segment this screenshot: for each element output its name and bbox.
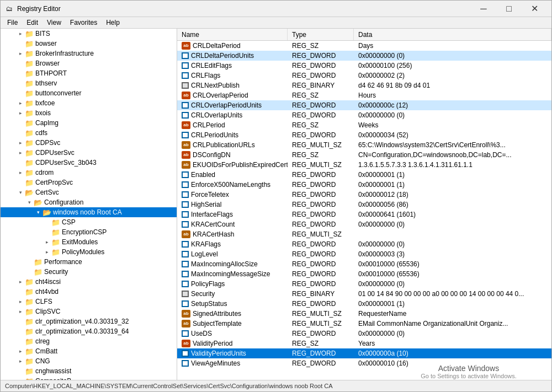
tree-expander[interactable]: ▸ [16,347,25,356]
table-row[interactable]: CRLDeltaPeriodUnitsREG_DWORD0x00000000 (… [177,51,551,61]
tree-panel[interactable]: ▸📁BITS📁bowser▸📁BrokerInfrastructure📁Brow… [1,29,177,380]
tree-expander[interactable] [16,158,25,167]
tree-item[interactable]: 📁Performance [1,257,177,267]
col-header-type[interactable]: Type [288,29,354,40]
table-row[interactable]: PolicyFlagsREG_DWORD0x00000000 (0) [177,279,551,289]
table-row[interactable]: abEKUOIDsForPublishExpiredCertI...REG_MU… [177,160,551,170]
table-row[interactable]: LogLevelREG_DWORD0x00000003 (3) [177,249,551,259]
tree-expander[interactable]: ▸ [16,297,25,306]
tree-item[interactable]: 📁EncryptionCSP [1,227,177,237]
tree-expander[interactable]: ▸ [16,109,25,117]
tree-expander[interactable] [16,327,25,336]
tree-expander[interactable] [16,317,25,326]
tree-expander[interactable] [16,367,25,375]
table-row[interactable]: MaxIncomingMessageSizeREG_DWORD0x0001000… [177,269,551,279]
menu-view[interactable]: View [43,18,66,28]
table-row[interactable]: MaxIncomingAllocSizeREG_DWORD0x00010000 … [177,259,551,269]
table-row[interactable]: CRLOverlapUnitsREG_DWORD0x00000000 (0) [177,110,551,120]
table-row[interactable]: ViewAgeMinutesREG_DWORD0x00000010 (16) [177,358,551,368]
tree-expander[interactable] [16,119,25,127]
table-row[interactable]: abCRLDeltaPeriodREG_SZDays [177,41,551,51]
table-row[interactable]: CRLFlagsREG_DWORD0x00000002 (2) [177,71,551,80]
tree-expander[interactable]: ▸ [16,99,25,108]
tree-expander[interactable] [25,267,34,276]
details-panel[interactable]: Name Type Data abCRLDeltaPeriodREG_SZDay… [177,29,551,380]
tree-item[interactable]: 📁cdfs [1,128,177,138]
table-row[interactable]: SetupStatusREG_DWORD0x00000001 (1) [177,299,551,309]
table-row[interactable]: CRLNextPublishREG_BINARYd4 62 46 91 8b 0… [177,80,551,90]
tree-expander[interactable] [16,79,25,88]
table-row[interactable]: CRLOverlapPeriodUnitsREG_DWORD0x0000000c… [177,100,551,110]
tree-item[interactable]: 📁bowser [1,39,177,49]
table-row[interactable]: abCRLPublicationURLsREG_MULTI_SZ65:C:\Wi… [177,140,551,150]
menu-file[interactable]: File [3,18,22,28]
tree-item[interactable]: 📁clr_optimization_v4.0.30319_32 [1,316,177,326]
tree-expander[interactable] [25,257,34,266]
table-row[interactable]: CRLEditFlagsREG_DWORD0x00000100 (256) [177,61,551,71]
tree-expander[interactable]: ▸ [43,238,51,246]
tree-expander[interactable]: ▸ [16,168,25,177]
tree-item[interactable]: 📁bthserv [1,78,177,88]
tree-item[interactable]: ▸📁cht4iscsi [1,277,177,287]
tree-expander[interactable] [16,287,25,296]
tree-item[interactable]: 📁clreg [1,336,177,346]
tree-item[interactable]: ▸📁ClipSVC [1,307,177,316]
tree-expander[interactable]: ▸ [43,248,51,256]
table-row[interactable]: KRACertCountREG_DWORD0x00000000 (0) [177,219,551,229]
col-header-name[interactable]: Name [177,29,288,40]
tree-item[interactable]: ▸📁bxfcoe [1,98,177,108]
table-row[interactable]: KRAFlagsREG_DWORD0x00000000 (0) [177,239,551,249]
tree-item[interactable]: ▸📁CNG [1,356,177,366]
minimize-button[interactable]: ─ [471,1,496,17]
tree-item[interactable]: ▾📂windows noob Root CA [1,207,177,217]
tree-expander[interactable] [43,228,51,237]
tree-item[interactable]: ▸📁BITS [1,29,177,39]
tree-item[interactable]: 📁CSP [1,217,177,227]
tree-expander[interactable]: ▸ [16,138,25,147]
tree-expander[interactable]: ▸ [16,29,25,38]
tree-item[interactable]: ▾📂CertSvc [1,187,177,197]
tree-expander[interactable]: ▸ [16,277,25,286]
table-row[interactable]: SecurityREG_BINARY01 00 14 84 90 00 00 0… [177,289,551,299]
menu-favorites[interactable]: Favorites [66,18,102,28]
table-row[interactable]: abDSConfigDNREG_SZCN=Configuration,DC=wi… [177,150,551,160]
table-row[interactable]: EnabledREG_DWORD0x00000001 (1) [177,170,551,180]
tree-item[interactable]: 📁CDPUserSvc_3b043 [1,158,177,168]
menu-edit[interactable]: Edit [22,18,43,28]
tree-expander[interactable] [16,39,25,48]
tree-expander[interactable]: ▸ [16,357,25,366]
table-row[interactable]: ForceTeletexREG_DWORD0x00000012 (18) [177,190,551,200]
table-row[interactable]: HighSerialREG_DWORD0x00000056 (86) [177,200,551,210]
tree-expander[interactable]: ▸ [16,148,25,157]
tree-expander[interactable] [16,69,25,78]
table-row[interactable]: InterfaceFlagsREG_DWORD0x00000641 (1601) [177,210,551,219]
tree-expander[interactable] [43,218,51,227]
tree-item[interactable]: 📁buttonconverter [1,88,177,98]
tree-expander[interactable]: ▾ [25,198,34,207]
tree-item[interactable]: 📁Security [1,267,177,277]
tree-expander[interactable] [16,59,25,68]
tree-item[interactable]: 📁BTHPORT [1,68,177,78]
table-row[interactable]: abCRLOverlapPeriodREG_SZHours [177,90,551,100]
tree-item[interactable]: ▸📁CDPUserSvc [1,148,177,158]
tree-expander[interactable]: ▸ [16,377,25,380]
menu-help[interactable]: Help [102,18,124,28]
close-button[interactable]: ✕ [522,1,547,17]
tree-item[interactable]: 📁Browser [1,58,177,68]
tree-item[interactable]: ▾📂Configuration [1,197,177,207]
tree-expander[interactable]: ▾ [34,208,43,217]
table-row[interactable]: ValidityPeriodUnitsREG_DWORD0x0000000a (… [177,348,551,358]
tree-item[interactable]: ▸📁bxois [1,108,177,118]
tree-expander[interactable]: ▸ [16,307,25,316]
maximize-button[interactable]: □ [496,1,522,17]
tree-expander[interactable] [16,128,25,137]
tree-item[interactable]: ▸📁cdrom [1,168,177,178]
table-row[interactable]: abSubjectTemplateREG_MULTI_SZEMail Commo… [177,319,551,329]
tree-expander[interactable] [16,337,25,346]
tree-expander[interactable]: ▸ [16,49,25,58]
tree-expander[interactable] [16,178,25,187]
table-row[interactable]: abSignedAttributesREG_MULTI_SZRequesterN… [177,309,551,319]
tree-item[interactable]: ▸📁PolicyModules [1,247,177,257]
table-row[interactable]: abKRACertHashREG_MULTI_SZ [177,229,551,239]
table-row[interactable]: abValidityPeriodREG_SZYears [177,339,551,348]
